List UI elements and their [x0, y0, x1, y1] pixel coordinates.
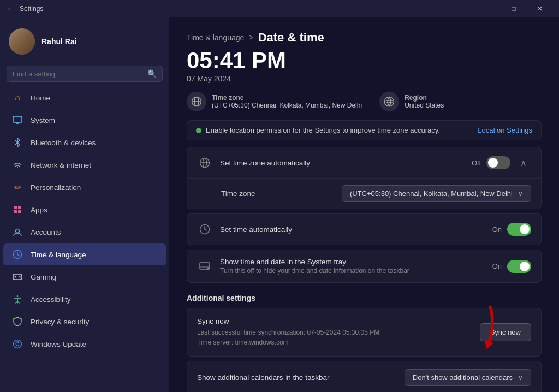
show-tray-label: Show time and date in the System tray: [220, 258, 485, 266]
set-time-auto-card: Set time automatically On: [187, 213, 542, 245]
set-time-auto-icon: [197, 222, 212, 237]
maximize-button[interactable]: □: [501, 0, 526, 17]
sidebar-nav: ⌂ Home System Bl: [0, 86, 169, 355]
system-icon: [12, 115, 23, 126]
timezone-label: Time zone: [212, 94, 362, 102]
sidebar-item-privacy[interactable]: Privacy & security: [3, 311, 166, 332]
timezone-sub-row: Time zone (UTC+05:30) Chennai, Kolkata, …: [187, 178, 541, 209]
set-time-auto-text: Set time automatically: [220, 225, 485, 234]
set-timezone-auto-label: Set time zone automatically: [220, 159, 464, 167]
calendars-dropdown-value: Don't show additional calendars: [413, 373, 513, 382]
back-icon[interactable]: ←: [7, 4, 15, 14]
bluetooth-icon: [12, 137, 23, 148]
breadcrumb-parent[interactable]: Time & language: [187, 33, 244, 42]
sync-now-title: Sync now: [197, 317, 379, 325]
sidebar-item-home[interactable]: ⌂ Home: [3, 87, 166, 109]
show-tray-icon: [197, 259, 212, 274]
svg-rect-4: [18, 206, 21, 209]
sidebar-item-label: Accessibility: [31, 295, 71, 304]
sidebar-item-label: Gaming: [31, 273, 56, 281]
breadcrumb-current: Date & time: [258, 31, 324, 45]
chevron-down-icon: ∨: [518, 190, 523, 198]
search-icon: 🔍: [147, 69, 157, 78]
timezone-info-text: Time zone (UTC+05:30) Chennai, Kolkata, …: [212, 94, 362, 109]
svg-rect-0: [13, 116, 22, 122]
sidebar-item-label: System: [31, 116, 55, 124]
sidebar-item-network[interactable]: Network & internet: [3, 154, 166, 176]
network-icon: [12, 159, 23, 170]
show-tray-toggle[interactable]: [507, 260, 531, 273]
sync-now-button[interactable]: Sync now: [480, 323, 531, 341]
privacy-icon: [12, 316, 23, 327]
sidebar-item-apps[interactable]: Apps: [3, 199, 166, 221]
user-name: Rahul Rai: [41, 37, 77, 46]
region-info-item: Region United States: [379, 92, 444, 111]
sidebar-item-label: Time & language: [31, 251, 86, 259]
svg-point-12: [19, 276, 20, 277]
sidebar-item-label: Home: [31, 94, 50, 102]
sync-info: Sync now Last successful time synchroniz…: [197, 317, 379, 347]
set-time-auto-toggle[interactable]: [507, 223, 531, 236]
region-info-icon: [379, 92, 399, 111]
accounts-icon: [12, 227, 23, 237]
set-timezone-auto-toggle[interactable]: [486, 156, 510, 169]
calendars-dropdown[interactable]: Don't show additional calendars ∨: [405, 369, 531, 386]
current-time: 05:41 PM: [187, 49, 542, 72]
sidebar-item-gaming[interactable]: Gaming: [3, 266, 166, 288]
sidebar-item-label: Windows Update: [31, 340, 86, 348]
avatar: [9, 28, 35, 55]
home-icon: ⌂: [12, 92, 23, 103]
title-bar: ← Settings ─ □ ✕: [0, 0, 559, 17]
additional-settings-title: Additional settings: [187, 294, 542, 302]
set-time-auto-control: On: [492, 223, 531, 236]
show-tray-control: On: [492, 260, 531, 273]
set-timezone-auto-card: Set time zone automatically Off ∧ Time z…: [187, 147, 542, 209]
timezone-row-label: Time zone: [221, 189, 342, 198]
location-notice: Enable location permission for the Setti…: [187, 120, 542, 140]
set-time-auto-label: Set time automatically: [220, 225, 485, 234]
sidebar-item-label: Apps: [31, 206, 47, 214]
set-timezone-auto-row: Set time zone automatically Off ∧: [187, 147, 541, 178]
sidebar: Rahul Rai 🔍 ⌂ Home System: [0, 17, 169, 392]
minimize-button[interactable]: ─: [475, 0, 500, 17]
show-tray-card: Show time and date in the System tray Tu…: [187, 250, 542, 283]
show-tray-state: On: [492, 262, 502, 270]
update-icon: [12, 338, 23, 349]
timezone-value: (UTC+05:30) Chennai, Kolkata, Mumbai, Ne…: [212, 102, 362, 109]
sidebar-item-bluetooth[interactable]: Bluetooth & devices: [3, 132, 166, 153]
svg-point-13: [20, 277, 21, 278]
apps-icon: [12, 204, 23, 215]
main-content: Time & language > Date & time 05:41 PM 0…: [169, 17, 559, 392]
timezone-dropdown-value: (UTC+05:30) Chennai, Kolkata, Mumbai, Ne…: [350, 189, 513, 198]
sidebar-item-accounts[interactable]: Accounts: [3, 221, 166, 243]
sync-now-card: Sync now Last successful time synchroniz…: [187, 308, 542, 357]
location-settings-link[interactable]: Location Settings: [478, 126, 532, 134]
app-title: Settings: [20, 5, 43, 13]
sidebar-item-accessibility[interactable]: Accessibility: [3, 288, 166, 310]
set-timezone-auto-state: Off: [472, 159, 481, 167]
sidebar-item-update[interactable]: Windows Update: [3, 333, 166, 355]
close-button[interactable]: ✕: [527, 0, 552, 17]
svg-rect-6: [18, 210, 21, 213]
svg-point-19: [385, 97, 394, 106]
calendars-label: Show additional calendars in the taskbar: [197, 373, 329, 382]
search-box[interactable]: 🔍: [7, 66, 163, 82]
svg-rect-3: [14, 206, 17, 209]
calendars-card: Show additional calendars in the taskbar…: [187, 361, 542, 392]
sidebar-item-system[interactable]: System: [3, 109, 166, 131]
timezone-auto-collapse-btn[interactable]: ∧: [516, 155, 531, 170]
breadcrumb-separator: >: [248, 33, 253, 43]
show-tray-text: Show time and date in the System tray Tu…: [220, 258, 485, 275]
set-timezone-auto-text: Set time zone automatically: [220, 159, 464, 167]
set-timezone-auto-control: Off ∧: [472, 155, 531, 170]
sidebar-item-time[interactable]: Time & language: [3, 243, 166, 265]
sidebar-item-personalization[interactable]: ✏ Personalization: [3, 176, 166, 198]
svg-point-26: [207, 268, 209, 269]
svg-point-15: [14, 340, 22, 348]
info-row: Time zone (UTC+05:30) Chennai, Kolkata, …: [187, 92, 542, 111]
search-input[interactable]: [13, 70, 143, 78]
set-time-auto-state: On: [492, 225, 502, 234]
set-time-auto-row: Set time automatically On: [187, 214, 541, 245]
timezone-dropdown[interactable]: (UTC+05:30) Chennai, Kolkata, Mumbai, Ne…: [342, 185, 531, 202]
region-value: United States: [405, 102, 444, 109]
